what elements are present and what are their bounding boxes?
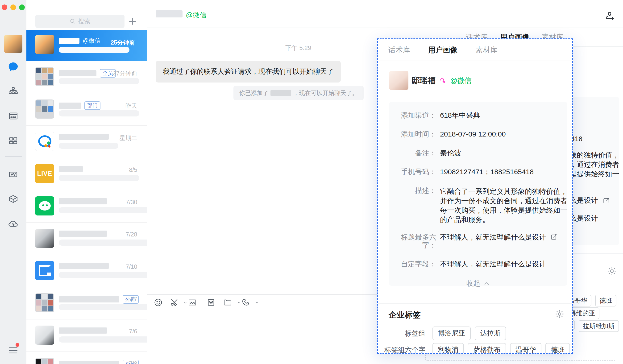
folder-icon[interactable] (223, 298, 232, 307)
list-item[interactable]: 7/6 (26, 319, 147, 351)
profile-avatar (389, 71, 408, 90)
field-label: 添加渠道： (389, 111, 436, 119)
name-placeholder (59, 361, 119, 364)
search-icon (69, 18, 76, 24)
edit-icon[interactable] (603, 197, 610, 204)
field-value: 不理解人，就无法理解什么是设计 (440, 233, 567, 249)
badge: 部门 (84, 101, 100, 110)
notification-dot (16, 343, 19, 347)
profile-field-row: 描述： 它融合了一系列定义其形象的独特价值，并作为一份不成文的合同，通过在消费者… (389, 187, 567, 224)
tag-chip[interactable]: 博洛尼亚 (432, 326, 471, 340)
profile-account: @微信 (450, 76, 471, 86)
name-placeholder (59, 70, 96, 76)
tag-chip[interactable]: 达拉斯 (475, 326, 506, 340)
apps-grid-icon[interactable] (8, 136, 18, 146)
chevron-down-icon[interactable] (255, 301, 259, 305)
tab-话术库[interactable]: 话术库 (388, 45, 410, 55)
timestamp: 昨天 (125, 102, 137, 110)
new-chat-button[interactable] (129, 18, 136, 25)
collapse-button[interactable]: 收起 (389, 279, 567, 288)
incoming-message: 我通过了你的联系人验证请求，现在我们可以开始聊天了 (156, 61, 341, 83)
contacts-icon[interactable] (8, 86, 18, 97)
screenshot-icon[interactable] (170, 298, 179, 307)
plus-icon (129, 18, 136, 25)
menu-icon[interactable] (8, 346, 18, 355)
name-suffix: @微信 (83, 37, 100, 44)
field-label: 标题最多六字： (389, 233, 436, 249)
emoji-icon[interactable] (154, 298, 163, 307)
avatar (35, 196, 54, 215)
tag-chip[interactable]: 萨格勒布 (468, 343, 506, 354)
list-item[interactable]: 外部 7/3 (26, 351, 147, 364)
message-placeholder (59, 47, 130, 53)
name-placeholder (59, 296, 119, 302)
female-gender-icon (438, 76, 448, 86)
list-item[interactable]: @微信 25分钟前 (26, 30, 147, 61)
avatar (35, 293, 54, 312)
message-placeholder (59, 336, 147, 343)
name-placeholder (59, 103, 81, 109)
list-item[interactable]: 外部 7/7 (26, 287, 147, 319)
tag-chip[interactable]: 温哥华 (510, 343, 541, 354)
list-item[interactable]: LIVE 8/5 (26, 158, 147, 190)
user-profile-overlay: 话术库用户画像素材库 邸瑶福 @微信 添加渠道： 618年中盛典 添加时间： 2… (377, 39, 573, 354)
field-label: 自定字段： (389, 260, 436, 268)
schedule-icon[interactable] (8, 111, 18, 121)
minimize-window-button[interactable] (10, 4, 16, 10)
tag-group-row-1: 标签组 博洛尼亚达拉斯 (378, 326, 506, 340)
message-placeholder (59, 175, 139, 181)
tab-用户画像[interactable]: 用户画像 (428, 45, 457, 55)
list-item[interactable]: 7/28 (26, 222, 147, 255)
chevron-down-icon[interactable] (183, 301, 187, 305)
profile-name: 邸瑶福 (411, 75, 436, 86)
name-placeholder (59, 166, 83, 172)
call-icon[interactable] (241, 298, 250, 307)
profile-field-row: 标题最多六字： 不理解人，就无法理解什么是设计 (389, 233, 567, 249)
app-sidebar (0, 0, 26, 364)
avatar: LIVE (35, 164, 54, 183)
tab-素材库[interactable]: 素材库 (476, 45, 498, 55)
timestamp: 7/7 (129, 296, 137, 302)
list-item[interactable]: 部门 昨天 (26, 93, 147, 126)
add-contact-icon[interactable] (604, 10, 615, 21)
profile-field-row: 添加时间： 2018-07-09 12:00:00 (389, 130, 567, 138)
user-avatar[interactable] (4, 35, 22, 53)
cloud-call-icon[interactable] (8, 219, 18, 229)
profile-field-row: 自定字段： 不理解人，就无法理解什么是设计 (389, 260, 567, 268)
field-value: 618年中盛典 (440, 111, 567, 119)
tag-group-label: 标签组 (378, 326, 425, 338)
message-placeholder (59, 272, 147, 278)
list-item[interactable]: 星期二 (26, 126, 147, 158)
system-message-suffix: ，现在可以开始聊天了。 (293, 89, 358, 97)
timestamp: 7/30 (126, 199, 137, 206)
search-input[interactable]: 搜索 (35, 15, 125, 28)
gear-icon[interactable] (607, 266, 617, 276)
system-message-prefix: 你已添加了 (239, 89, 268, 97)
close-window-button[interactable] (2, 4, 7, 10)
profile-tabs: 话术库用户画像素材库 (378, 39, 572, 61)
field-value: 秦伦波 (440, 149, 567, 157)
tags-section-title: 企业标签 (389, 310, 421, 321)
zoom-window-button[interactable] (19, 4, 25, 10)
timestamp: 7/6 (129, 328, 137, 335)
chevron-down-icon[interactable] (237, 301, 241, 305)
docs-icon[interactable] (8, 169, 18, 180)
list-item[interactable]: 7/30 (26, 190, 147, 222)
gear-icon[interactable] (555, 309, 564, 319)
list-item[interactable]: 全员 37分钟前 (26, 61, 147, 93)
tag-chip[interactable]: 德班 (545, 343, 570, 354)
peer-suffix: @微信 (186, 11, 206, 20)
doc-icon[interactable] (207, 298, 216, 307)
edit-icon[interactable] (550, 233, 557, 240)
workbench-icon[interactable] (8, 194, 18, 204)
list-item[interactable]: 7/10 (26, 255, 147, 287)
tag-chip[interactable]: 利物浦 (432, 343, 464, 354)
search-placeholder: 搜索 (78, 17, 90, 25)
field-value: 2018-07-09 12:00:00 (440, 130, 567, 138)
image-icon[interactable] (188, 298, 197, 307)
avatar (35, 67, 54, 86)
chats-icon[interactable] (8, 61, 19, 72)
name-placeholder (59, 231, 107, 237)
field-label: 备注： (389, 149, 436, 157)
message-placeholder (59, 110, 139, 116)
